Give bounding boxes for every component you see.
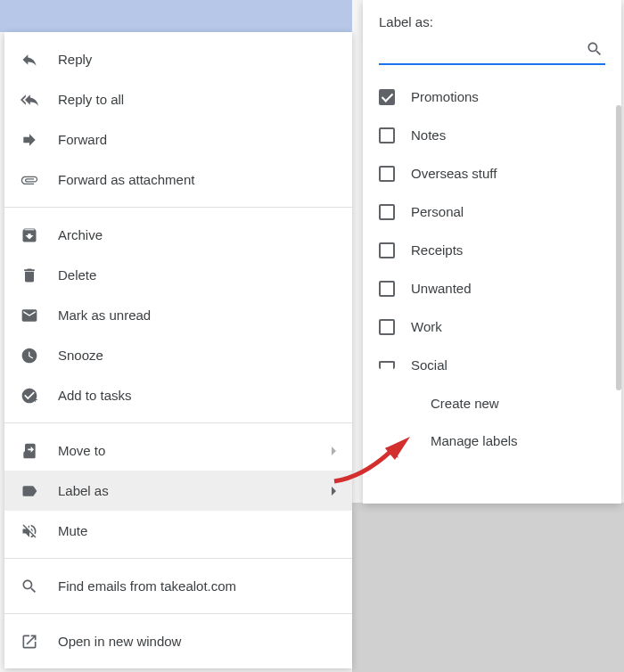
forward-label: Forward (58, 132, 336, 147)
background-shadow (352, 503, 624, 672)
reply-menu-item[interactable]: Reply (4, 39, 352, 79)
manage-labels-text: Manage labels (431, 433, 518, 448)
add-tasks-menu-item[interactable]: + Add to tasks (4, 375, 352, 415)
forward-menu-item[interactable]: Forward (4, 119, 352, 160)
reply-label: Reply (58, 52, 336, 67)
attachment-icon (21, 171, 38, 189)
forward-attachment-label: Forward as attachment (58, 172, 336, 187)
mark-unread-icon (21, 307, 38, 324)
checkbox-icon[interactable] (379, 166, 395, 182)
label-row-unwanted[interactable]: Unwanted (379, 269, 618, 307)
label-row-overseas[interactable]: Overseas stuff (379, 154, 618, 193)
divider (4, 558, 352, 559)
label-row-notes[interactable]: Notes (379, 116, 618, 154)
delete-icon (21, 266, 38, 284)
label-row-personal[interactable]: Personal (379, 193, 618, 231)
mark-unread-label: Mark as unread (58, 307, 336, 323)
scrollbar[interactable] (616, 105, 621, 390)
label-row-promotions[interactable]: Promotions (379, 78, 618, 116)
reply-all-label: Reply to all (58, 92, 336, 107)
checkbox-icon[interactable] (379, 281, 395, 297)
checkbox-icon[interactable] (379, 319, 395, 335)
snooze-menu-item[interactable]: Snooze (4, 335, 352, 375)
search-icon (586, 40, 603, 58)
move-to-menu-item[interactable]: Move to (4, 430, 352, 471)
divider (4, 613, 352, 614)
label-text: Notes (411, 127, 446, 143)
snooze-icon (21, 347, 38, 365)
checkbox-icon[interactable] (379, 361, 395, 369)
find-emails-label: Find emails from takealot.com (58, 578, 336, 594)
forward-icon (21, 131, 38, 149)
search-icon (21, 578, 38, 595)
label-row-receipts[interactable]: Receipts (379, 231, 618, 269)
move-to-label: Move to (58, 443, 332, 458)
label-icon (21, 482, 38, 500)
checkbox-checked-icon[interactable] (379, 89, 395, 105)
background-header (0, 0, 352, 32)
label-list[interactable]: Promotions Notes Overseas stuff Personal… (363, 78, 621, 504)
svg-text:+: + (33, 396, 37, 405)
delete-menu-item[interactable]: Delete (4, 255, 352, 295)
mute-label: Mute (58, 523, 336, 538)
archive-menu-item[interactable]: Archive (4, 215, 352, 255)
find-emails-menu-item[interactable]: Find emails from takealot.com (4, 566, 352, 606)
label-text: Overseas stuff (411, 166, 497, 181)
label-search-wrap (379, 38, 605, 65)
context-menu: Reply Reply to all Forward Forward as at… (4, 32, 352, 668)
reply-icon (21, 51, 38, 69)
label-text: Personal (411, 204, 464, 219)
create-new-text: Create new (431, 396, 499, 411)
open-new-window-label: Open in new window (58, 634, 336, 649)
open-new-window-icon (21, 633, 38, 651)
add-tasks-label: Add to tasks (58, 388, 336, 403)
label-text: Promotions (411, 89, 479, 104)
label-as-panel: Label as: Promotions Notes Overseas stuf… (363, 0, 621, 504)
label-as-label: Label as (58, 483, 332, 498)
label-text: Work (411, 319, 442, 334)
mute-icon (21, 522, 38, 540)
label-row-social[interactable]: Social (379, 346, 618, 384)
checkbox-icon[interactable] (379, 204, 395, 220)
move-to-icon (21, 442, 38, 460)
label-text: Unwanted (411, 281, 472, 296)
manage-labels[interactable]: Manage labels (379, 422, 618, 459)
mark-unread-menu-item[interactable]: Mark as unread (4, 295, 352, 335)
label-as-menu-item[interactable]: Label as (4, 471, 352, 511)
archive-icon (21, 226, 38, 244)
create-new-label[interactable]: Create new (379, 384, 618, 422)
label-text: Receipts (411, 242, 463, 258)
open-new-window-menu-item[interactable]: Open in new window (4, 621, 352, 661)
divider (4, 207, 352, 208)
checkbox-icon[interactable] (379, 127, 395, 143)
panel-title: Label as: (363, 0, 621, 38)
reply-all-menu-item[interactable]: Reply to all (4, 79, 352, 119)
snooze-label: Snooze (58, 348, 336, 363)
forward-attachment-menu-item[interactable]: Forward as attachment (4, 160, 352, 200)
checkbox-icon[interactable] (379, 242, 395, 258)
mute-menu-item[interactable]: Mute (4, 511, 352, 551)
reply-all-icon (21, 91, 38, 109)
add-tasks-icon: + (21, 387, 38, 405)
label-text: Social (411, 357, 447, 373)
chevron-right-icon (332, 447, 336, 455)
archive-label: Archive (58, 227, 336, 242)
label-search-input[interactable] (379, 38, 605, 65)
label-row-work[interactable]: Work (379, 307, 618, 346)
chevron-right-icon (332, 487, 336, 496)
divider (4, 422, 352, 423)
delete-label: Delete (58, 267, 336, 283)
